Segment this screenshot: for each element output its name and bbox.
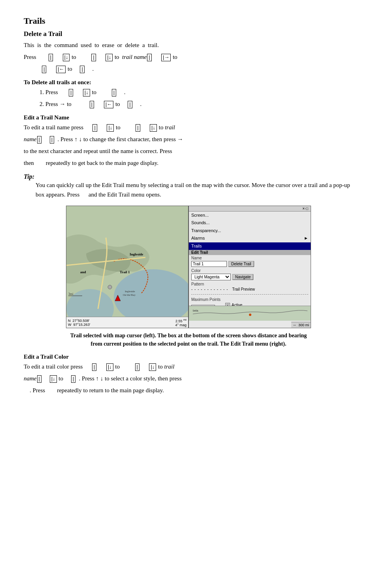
delete-all-list: 1. Press | |↓ to | . 2. Press → to | |← …	[40, 87, 353, 109]
svg-point-13	[249, 314, 251, 316]
svg-text:beta: beta	[193, 309, 198, 312]
svg-text:On·the·Bay: On·the·Bay	[123, 293, 136, 297]
key-down2: |↓	[106, 54, 113, 61]
menu-item-transparency[interactable]: Transparency...	[189, 227, 311, 234]
trail-name-italic1: trail name	[122, 54, 147, 60]
menu-item-sounds[interactable]: Sounds...	[189, 219, 311, 227]
menu-panel: ×∙□ Screen... Sounds... Transparency... …	[188, 206, 311, 328]
key-pipe16: |	[37, 375, 41, 383]
key-down5: |↓	[150, 124, 157, 132]
menu-item-trails[interactable]: Trails	[189, 242, 311, 250]
key-left1: |←	[56, 66, 66, 73]
color-row: Light Magenta Navigate	[189, 273, 311, 281]
coord-lat: N 27°50.508'	[68, 319, 90, 323]
color-dropdown[interactable]: Light Magenta	[191, 274, 231, 280]
key-down1: |↓	[63, 54, 70, 61]
edit-name-para4: then repeatedly to get back to the main …	[24, 158, 353, 168]
key-down3: |↓	[83, 89, 90, 96]
delete-all-heading: To Delete all trails at once:	[24, 79, 353, 86]
key-pipe12: |	[37, 136, 41, 144]
edit-color-para2: name| |↓ to | . Press ↑ ↓ to select a co…	[24, 374, 353, 383]
trail-preview-line	[191, 294, 308, 295]
key-left2: |←	[104, 101, 113, 108]
edit-color-para1: To edit a trail color press | |↓ to | |↓…	[24, 362, 353, 371]
delete-para2: Press | |↓ to | |↓ to trail name| |→ to	[24, 52, 353, 62]
key-pipe3: |	[147, 54, 151, 61]
svg-point-4	[108, 285, 112, 289]
key-pipe13: |	[50, 136, 54, 144]
key-pipe9: |	[128, 101, 132, 108]
tip-section: Tip: You can quickly call up the Edit Tr…	[24, 173, 353, 199]
key-pipe11: |	[136, 124, 140, 132]
svg-text:and: and	[80, 270, 86, 274]
svg-text:Ingleside: Ingleside	[130, 252, 143, 256]
key-pipe4: |	[42, 66, 46, 73]
svg-rect-12	[189, 306, 311, 321]
window-controls: ×∙□	[302, 206, 308, 211]
tip-body: You can quickly call up the Edit Trail m…	[36, 180, 353, 199]
key-pipe15: |	[135, 363, 139, 371]
color-label: Color	[189, 268, 311, 273]
svg-text:3mi: 3mi	[68, 292, 74, 296]
step2: 2. Press → to | |← to | .	[40, 99, 353, 109]
edit-name-para1: To edit a trail name press | |↓ to | |↓ …	[24, 123, 353, 132]
svg-text:Trail 1: Trail 1	[120, 270, 130, 274]
key-down4: |↓	[107, 124, 114, 132]
key-pipe17: |	[71, 375, 75, 383]
trail-preview-label: Trail Preview	[232, 287, 255, 291]
pattern-value: - - - - - - - - - - - -	[191, 287, 228, 291]
map-coords: N 27°50.508' W 97°15.263' 2.55 mi 4° mag	[66, 317, 188, 328]
key-right1: |→	[161, 54, 171, 61]
preview-line-container	[189, 292, 311, 297]
edit-trail-header: Edit Trail	[189, 250, 311, 255]
trail-name-italic4: trail	[164, 363, 174, 370]
trail-name-italic2: trail	[165, 124, 175, 130]
trail-name-italic3: name	[24, 136, 37, 142]
mag-display: 4° mag	[175, 323, 187, 327]
delete-trail-heading: Delete a Trail	[24, 30, 353, 38]
key-pipe5: |	[80, 66, 84, 73]
delete-para3: | |← to | .	[24, 64, 353, 74]
key-down7: |↓	[149, 363, 156, 371]
alarms-arrow: ►	[304, 235, 308, 241]
key-pipe10: |	[92, 124, 97, 132]
tip-label: Tip:	[24, 173, 353, 180]
key-pipe7: |	[112, 89, 116, 96]
figure-caption: Trail selected with map cursor (left). T…	[66, 331, 311, 348]
menu-item-screen[interactable]: Screen...	[189, 212, 311, 219]
edit-color-para3: . Press repeatedly to return to the main…	[24, 386, 353, 395]
key-pipe6: |	[69, 89, 73, 96]
step1: 1. Press | |↓ to | .	[40, 87, 353, 97]
pattern-row: - - - - - - - - - - - - Trail Preview	[189, 286, 311, 292]
svg-text:Ingleside: Ingleside	[125, 290, 135, 293]
key-pipe1: |	[49, 54, 53, 61]
page-title: Trails	[24, 16, 353, 26]
menu-item-alarms[interactable]: Alarms ►	[189, 234, 311, 242]
map-panel: and Ingleside Trail 1 Ingleside On·the·B…	[66, 206, 188, 328]
name-row: Delete Trail	[189, 260, 311, 268]
menu-title-bar: ×∙□	[189, 206, 311, 212]
map-thumbnail: and Ingleside Trail 1 Ingleside On·the·B…	[66, 206, 188, 328]
bottom-map-preview: beta	[189, 306, 311, 321]
navigate-btn[interactable]: Navigate	[232, 274, 253, 280]
key-pipe14: |	[92, 363, 96, 371]
trail-name-input[interactable]	[191, 261, 227, 267]
edit-name-para3: to the next character and repeat until t…	[24, 146, 353, 156]
distance-display: 2.55 mi	[175, 318, 187, 323]
delete-trail-btn[interactable]: Delete Trail	[228, 261, 254, 267]
key-down8: |↓	[50, 375, 57, 383]
edit-name-para2: name| | . Press ↑ ↓ to change the first …	[24, 134, 353, 144]
alarms-label: Alarms	[191, 235, 205, 241]
coord-lon: W 97°15.263'	[68, 323, 90, 327]
key-pipe8: |	[90, 101, 94, 108]
max-points-label: Maximum Points	[189, 297, 311, 302]
map-svg: and Ingleside Trail 1 Ingleside On·the·B…	[66, 206, 188, 328]
pattern-label: Pattern	[189, 281, 311, 286]
figure-container: and Ingleside Trail 1 Ingleside On·the·B…	[24, 206, 353, 328]
preview-svg: beta	[189, 306, 311, 321]
delete-para1: This is the command used to erase or del…	[24, 40, 353, 50]
distance-scale: ↔ 300 mi	[291, 322, 311, 328]
key-down6: |↓	[106, 363, 113, 371]
trail-name-italic5: name	[24, 375, 37, 382]
key-pipe2: |	[91, 54, 96, 61]
